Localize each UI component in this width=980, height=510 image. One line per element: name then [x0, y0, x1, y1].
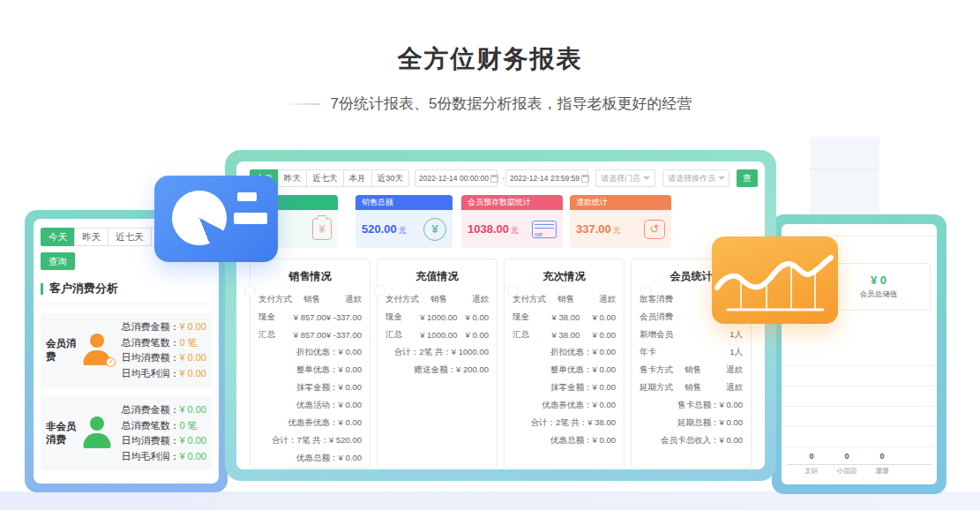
- table-row: 现金¥ 38.00¥ 0.00: [505, 308, 624, 326]
- summary-row: 优惠总额：¥ 0.00: [251, 449, 370, 467]
- query-button[interactable]: 查询: [737, 169, 758, 187]
- vip-card-label: VIP: [535, 232, 542, 237]
- gridline: [782, 365, 937, 366]
- axis-point-label: 文娟: [805, 467, 819, 476]
- person-head: [90, 416, 104, 431]
- chevron-down-icon: [718, 176, 725, 180]
- gridline: [782, 406, 937, 407]
- axis-point-label: 小甜甜: [837, 467, 857, 476]
- stat-value: 337.00元: [576, 222, 620, 236]
- start-date-input[interactable]: 2022-12-14 00:00:00: [415, 169, 497, 187]
- summary-row: 折扣优惠：¥ 0.00: [251, 343, 370, 361]
- axis-point-label: 珊珊: [876, 467, 889, 476]
- section-header: 客户消费分析: [41, 281, 212, 304]
- panel-recharge-times: 充次情况 支付方式销售退款现金¥ 38.00¥ 0.00汇总¥ 38.00¥ 0…: [504, 259, 625, 469]
- pie-chart-icon: [172, 191, 227, 245]
- panel-table: 支付方式销售退款现金¥ 38.00¥ 0.00汇总¥ 38.00¥ 0.00: [505, 290, 624, 343]
- filter-tab-last30days[interactable]: 近30天: [371, 169, 410, 187]
- filter-tab-this-month[interactable]: 本月: [343, 169, 372, 187]
- tab-last7days[interactable]: 近七天: [108, 228, 152, 246]
- consume-row: 总消费笔数：0 笔: [121, 335, 206, 351]
- clipboard-yuan-icon: [312, 218, 332, 240]
- report-panels: 销售情况 支付方式销售退款现金¥ 857.00¥ -337.00汇总¥ 857.…: [250, 259, 752, 469]
- filter-tab-last7days[interactable]: 近七天: [306, 169, 344, 187]
- stat-card-member-prestore: 会员预存数据统计 1038.00元 VIP: [461, 195, 563, 248]
- panel-notch-decor: [507, 285, 519, 296]
- panel-recharge: 充值情况 支付方式销售退款现金¥ 1000.00¥ 0.00汇总¥ 1000.0…: [377, 259, 497, 469]
- axis-point-value: 0: [879, 452, 884, 461]
- stat-value: 520.00元: [362, 222, 406, 236]
- chart-axis-points: 0 文娟 0 小甜甜 0 珊珊: [794, 452, 900, 476]
- axis-point: 0 珊珊: [864, 452, 900, 476]
- summary-row: 优惠券优惠：¥ 0.00: [251, 414, 370, 431]
- panel-title: 销售情况: [251, 259, 370, 290]
- stat-card-sales-total: 销售总额 520.00元: [355, 195, 453, 248]
- summary-row: 优惠活动：¥ 0.00: [251, 396, 370, 414]
- summary-row: 抹零金额：¥ 0.00: [251, 379, 370, 396]
- stats-row: 元 销售总额 520.00元 会员预存数据统计 1038.00元 VIP: [250, 195, 752, 248]
- summary-row: 整单优惠：¥ 0.00: [505, 361, 624, 379]
- consume-row: 日均毛利润：¥ 0.00: [121, 449, 206, 465]
- operator-select-placeholder: 请选择操作员: [668, 173, 715, 184]
- table-row: 支付方式销售退款: [251, 290, 370, 308]
- member-consume-block: 会员消费 总消费金额：¥ 0.00 总消费笔数：0 笔 日均消费额：¥ 0.00: [41, 313, 212, 387]
- table-row: 支付方式销售退款: [378, 290, 497, 308]
- panel-summary: 折扣优惠：¥ 0.00整单优惠：¥ 0.00抹零金额：¥ 0.00优惠活动：¥ …: [251, 343, 370, 467]
- axis-point-value: 0: [809, 452, 813, 461]
- consume-row: 日均消费额：¥ 0.00: [121, 433, 206, 449]
- operator-select[interactable]: 请选择操作员: [662, 169, 729, 187]
- summary-row: 售卡总额：¥ 0.00: [632, 396, 751, 414]
- tab-yesterday[interactable]: 昨天: [74, 228, 108, 246]
- table-row: 汇总¥ 38.00¥ 0.00: [505, 326, 624, 343]
- refund-icon: [644, 220, 665, 239]
- background-bottom-band: [0, 491, 980, 510]
- legend-bar-large: [234, 213, 267, 224]
- vip-card-icon: VIP: [532, 221, 557, 238]
- date-range-separator: -: [502, 174, 505, 183]
- chevron-down-icon: [643, 176, 650, 180]
- consumption-query-button[interactable]: 查询: [41, 252, 75, 270]
- start-date-value: 2022-12-14 00:00:00: [419, 174, 489, 183]
- member-consume-label: 会员消费: [46, 337, 80, 364]
- panel-table: 支付方式销售退款现金¥ 1000.00¥ 0.00汇总¥ 1000.00¥ 0.…: [378, 290, 497, 343]
- panel-title: 充值情况: [378, 259, 497, 290]
- subtitle-dash-decor: [288, 103, 320, 105]
- table-row: 汇总¥ 857.00¥ -337.00: [251, 326, 370, 343]
- check-badge-icon: [106, 357, 116, 367]
- member-total-value: ¥ 0: [871, 274, 886, 287]
- summary-row: 合计：2笔 共：¥ 38.00: [505, 414, 624, 431]
- panel-notch-decor: [244, 285, 256, 296]
- stat-title: 销售总额: [355, 195, 453, 210]
- filter-bar: 今天 昨天 近七天 本月 近30天 2022-12-14 00:00:00 - …: [250, 169, 752, 187]
- line-chart-icon: [712, 236, 838, 324]
- summary-row: 抹零金额：¥ 0.00: [505, 379, 624, 396]
- background-decor-line: [810, 169, 879, 169]
- section-title: 客户消费分析: [49, 281, 118, 296]
- panel-summary: 合计：2笔 共：¥ 1000.00赠送金额：¥ 200.00: [378, 343, 497, 379]
- calendar-icon: [581, 175, 589, 183]
- store-select[interactable]: 请选择门店: [595, 169, 655, 187]
- page-title: 全方位财务报表: [0, 42, 980, 76]
- member-consume-rows: 总消费金额：¥ 0.00 总消费笔数：0 笔 日均消费额：¥ 0.00 日均毛利…: [121, 319, 206, 381]
- consume-row: 日均毛利润：¥ 0.00: [121, 366, 206, 382]
- panel-notch-decor: [374, 285, 385, 296]
- nonmember-consume-block: 非会员消费 总消费金额：¥ 0.00 总消费笔数：0 笔 日均消费额：¥ 0.0…: [41, 396, 212, 470]
- summary-row: 优惠总额：¥ 0.00: [505, 431, 624, 449]
- table-row: 现金¥ 857.00¥ -337.00: [251, 308, 370, 326]
- page-subtitle-text: 7份统计报表、5份数据分析报表，指导老板更好的经营: [331, 94, 692, 114]
- stat-body: 337.00元: [570, 210, 671, 248]
- end-date-input[interactable]: 2022-12-14 23:59:59: [505, 169, 588, 187]
- end-date-value: 2022-12-14 23:59:59: [510, 174, 580, 183]
- stat-body: 520.00元: [355, 210, 453, 248]
- axis-point: 0 文娟: [794, 452, 829, 476]
- panel-summary: 折扣优惠：¥ 0.00整单优惠：¥ 0.00抹零金额：¥ 0.00优惠券优惠：¥…: [505, 343, 624, 449]
- nonmember-person-icon: [80, 416, 114, 450]
- yuan-circle-icon: [423, 218, 446, 241]
- tab-today[interactable]: 今天: [41, 228, 75, 246]
- summary-row: 会员卡总收入：¥ 0.00: [632, 431, 751, 449]
- filter-tab-yesterday[interactable]: 昨天: [278, 169, 307, 187]
- stat-title: 会员预存数据统计: [461, 195, 563, 210]
- table-row: 售卡方式销售退款: [632, 361, 751, 379]
- summary-row: 延期总额：¥ 0.00: [632, 414, 751, 431]
- table-row: 新增会员1人: [632, 326, 751, 343]
